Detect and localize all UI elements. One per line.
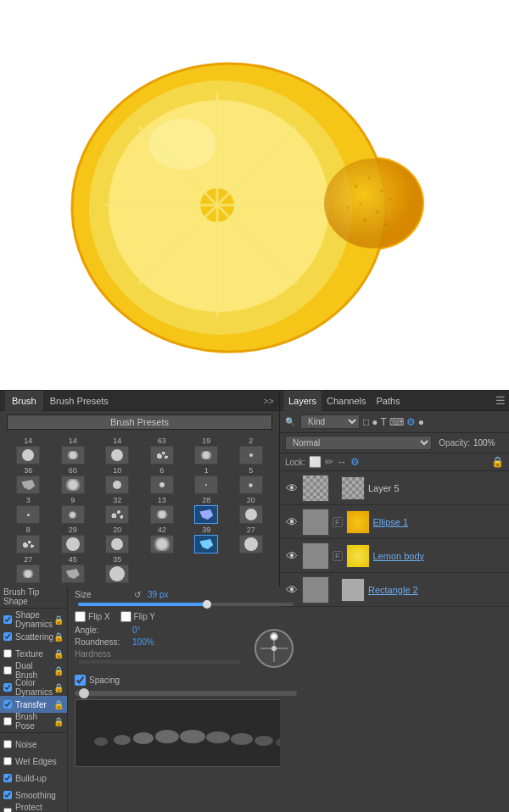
color-dynamics-check[interactable] <box>3 683 12 692</box>
transfer-check[interactable] <box>3 700 12 709</box>
build-up-item[interactable]: Build-up <box>0 770 67 787</box>
size-reset[interactable]: ↺ <box>134 590 141 599</box>
brush-pose-item[interactable]: Brush Pose 🔒 <box>0 713 67 730</box>
layer-item-1[interactable]: 👁 F Ellipse 1 <box>280 505 509 539</box>
brush-cell-7[interactable]: 60 <box>52 466 95 494</box>
opacity-value[interactable]: 100% <box>473 438 504 448</box>
texture-check[interactable] <box>3 649 12 658</box>
transfer-item[interactable]: Transfer 🔒 <box>0 696 67 713</box>
brush-cell-17[interactable]: 20 <box>230 496 273 524</box>
svg-point-20 <box>376 210 379 214</box>
roundness-value[interactable]: 100% <box>132 637 154 647</box>
blend-mode-select[interactable]: Normal Dissolve Multiply Screen <box>285 436 432 450</box>
channels-tab[interactable]: Channels <box>322 391 371 411</box>
dual-brush-check[interactable] <box>3 666 12 675</box>
hardness-slider[interactable] <box>78 660 241 664</box>
shape-dynamics-item[interactable]: Shape Dynamics 🔒 <box>0 611 67 628</box>
spacing-thumb[interactable] <box>79 688 89 698</box>
brush-cell-15[interactable]: 13 <box>141 496 184 524</box>
scattering-check[interactable] <box>3 632 12 641</box>
layers-tab[interactable]: Layers <box>283 391 322 411</box>
spacing-check[interactable] <box>75 675 86 686</box>
brush-cell-14[interactable]: 32 <box>96 496 139 524</box>
lock-artboard-icon[interactable]: ⚙ <box>350 456 360 468</box>
shape-dynamics-check[interactable] <box>3 615 12 624</box>
wet-edges-check[interactable] <box>3 757 12 765</box>
brush-pose-check[interactable] <box>3 717 12 726</box>
size-slider[interactable] <box>78 603 294 606</box>
layer-item-0[interactable]: 👁 Layer 5 <box>280 471 509 505</box>
lock-transparent-icon[interactable]: ⬜ <box>309 456 322 468</box>
angle-circle[interactable] <box>255 629 294 668</box>
brush-cell-0[interactable]: 14 <box>7 437 50 464</box>
brush-cell-24[interactable]: 27 <box>7 555 50 583</box>
protect-texture-check[interactable] <box>3 808 12 812</box>
spacing-slider[interactable] <box>75 691 297 696</box>
brush-cell-8[interactable]: 10 <box>96 466 139 494</box>
layer-2-name[interactable]: Lemon body <box>373 551 505 561</box>
brush-cell-9[interactable]: 6 <box>141 466 184 494</box>
noise-item[interactable]: Noise <box>0 736 67 753</box>
brush-cell-26[interactable]: 35 <box>96 555 139 583</box>
layer-2-visibility[interactable]: 👁 <box>285 549 299 563</box>
layer-3-visibility[interactable]: 👁 <box>285 583 299 597</box>
texture-item[interactable]: Texture 🔒 <box>0 645 67 662</box>
kind-icon-shape[interactable]: ⌨ <box>389 416 404 428</box>
brush-cell-23[interactable]: 27 <box>230 526 273 553</box>
lock-all-icon[interactable]: 🔒 <box>491 456 504 468</box>
build-up-check[interactable] <box>3 774 12 782</box>
layer-3-name[interactable]: Rectangle 2 <box>368 585 504 595</box>
wet-edges-item[interactable]: Wet Edges <box>0 753 67 770</box>
layer-1-name[interactable]: Ellipse 1 <box>373 517 505 527</box>
paths-tab[interactable]: Paths <box>372 391 406 411</box>
flip-y-check[interactable] <box>120 611 131 622</box>
kind-icon-filter[interactable]: □ <box>363 416 369 428</box>
protect-texture-item[interactable]: Protect Texture <box>0 804 67 812</box>
layer-item-2[interactable]: 👁 F Lemon body <box>280 539 509 573</box>
layer-1-visibility[interactable]: 👁 <box>285 515 299 529</box>
canvas-area <box>0 0 509 390</box>
brush-cell-1[interactable]: 14 <box>52 437 95 464</box>
smoothing-check[interactable] <box>3 791 12 799</box>
scattering-item[interactable]: Scattering 🔒 <box>0 628 67 645</box>
angle-value[interactable]: 0° <box>132 626 141 635</box>
brush-cell-19[interactable]: 29 <box>52 526 95 553</box>
brush-cell-10[interactable]: 1 <box>185 466 228 494</box>
flip-x-check[interactable] <box>75 611 86 622</box>
brush-cell-5[interactable]: 2 <box>230 437 273 464</box>
kind-icon-color[interactable]: ● <box>418 416 424 428</box>
brush-cell-18[interactable]: 8 <box>7 526 50 553</box>
brush-cell-12[interactable]: 3 <box>7 496 50 524</box>
layer-0-name[interactable]: Layer 5 <box>368 483 504 493</box>
layers-menu-icon[interactable]: ☰ <box>495 394 506 407</box>
brush-cell-16-selected[interactable]: 28 <box>185 496 228 524</box>
brush-cell-20[interactable]: 20 <box>96 526 139 553</box>
kind-select[interactable]: Kind <box>300 414 360 429</box>
brush-cell-25[interactable]: 45 <box>52 555 95 583</box>
brush-tip-shape-header[interactable]: Brush Tip Shape <box>0 588 67 605</box>
brush-cell-21[interactable]: 42 <box>141 526 184 553</box>
brush-cell-3[interactable]: 63 <box>141 437 184 464</box>
brush-tab[interactable]: Brush <box>5 391 43 411</box>
dual-brush-item[interactable]: Dual Brush 🔒 <box>0 662 67 679</box>
brush-preset-button[interactable]: Brush Presets <box>7 414 272 430</box>
lock-image-icon[interactable]: ✏ <box>325 456 333 468</box>
kind-icon-type[interactable]: T <box>381 416 387 428</box>
lock-position-icon[interactable]: ↔ <box>337 456 347 468</box>
brush-cell-13[interactable]: 9 <box>52 496 95 524</box>
smoothing-item[interactable]: Smoothing <box>0 787 67 804</box>
size-value[interactable]: 39 px <box>148 590 168 599</box>
brush-cell-4[interactable]: 19 <box>185 437 228 464</box>
brush-cell-2[interactable]: 14 <box>96 437 139 464</box>
panel-arrows[interactable]: >> <box>263 396 274 406</box>
brush-cell-6[interactable]: 36 <box>7 466 50 494</box>
brush-cell-11[interactable]: 5 <box>230 466 273 494</box>
brush-cell-22-selected[interactable]: 39 <box>185 526 228 553</box>
layer-item-3[interactable]: 👁 Rectangle 2 <box>280 573 509 607</box>
kind-icon-pixel[interactable]: ● <box>372 416 378 428</box>
kind-icon-smart[interactable]: ⚙ <box>406 416 416 428</box>
color-dynamics-item[interactable]: Color Dynamics 🔒 <box>0 679 67 696</box>
layer-0-visibility[interactable]: 👁 <box>285 481 299 495</box>
noise-check[interactable] <box>3 740 12 748</box>
brush-presets-tab[interactable]: Brush Presets <box>43 391 115 411</box>
